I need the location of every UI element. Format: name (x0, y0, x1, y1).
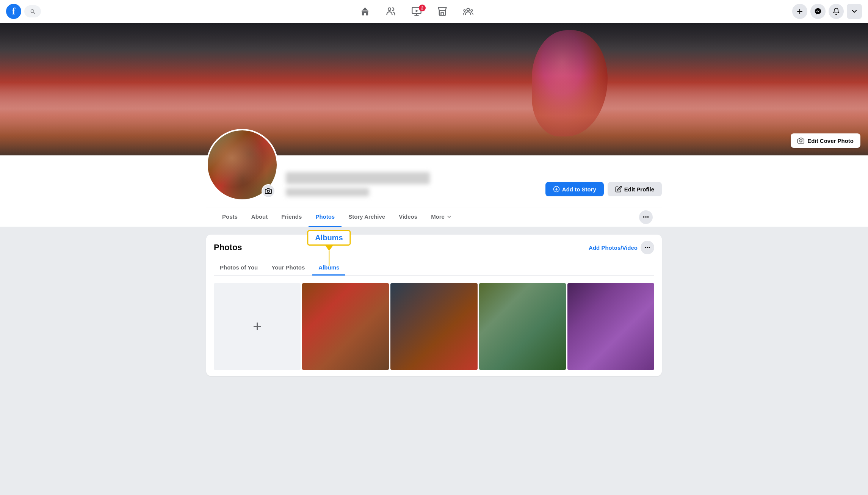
annotation-line (329, 251, 329, 266)
tab-posts[interactable]: Posts (215, 207, 244, 227)
create-button[interactable] (792, 4, 807, 19)
profile-nav-ellipsis[interactable]: ··· (639, 210, 653, 224)
album-item-4[interactable] (567, 283, 654, 370)
tab-photos[interactable]: Photos (309, 207, 342, 227)
plus-circle-icon (553, 186, 560, 193)
album-item-2[interactable] (390, 283, 477, 370)
annotation-box: Albums (307, 230, 351, 246)
edit-cover-photo-label: Edit Cover Photo (807, 138, 854, 144)
avatar-wrapper (206, 129, 278, 201)
svg-point-0 (388, 8, 391, 11)
cover-overlay (0, 23, 868, 155)
svg-point-6 (800, 140, 802, 142)
watch-badge: 2 (419, 5, 426, 11)
home-icon (360, 6, 370, 17)
add-album-icon: + (253, 318, 262, 335)
photo-grid: + (214, 283, 654, 370)
page-content: Edit Cover Photo (0, 23, 868, 384)
album-item-1[interactable] (302, 283, 389, 370)
more-chevron-icon (446, 214, 452, 220)
groups-icon (463, 6, 473, 17)
nav-left: f (6, 4, 41, 19)
add-to-story-label: Add to Story (562, 186, 596, 193)
photos-card-more-button[interactable]: ··· (641, 241, 654, 254)
edit-profile-label: Edit Profile (624, 186, 654, 193)
svg-point-5 (471, 9, 473, 11)
annotation-label: Albums (315, 233, 343, 242)
facebook-logo[interactable]: f (6, 4, 21, 19)
edit-profile-button[interactable]: Edit Profile (608, 182, 662, 196)
avatar-camera-button[interactable] (262, 184, 275, 198)
add-photos-button[interactable]: Add Photos/Video (589, 244, 638, 251)
messenger-button[interactable] (810, 4, 826, 19)
albums-annotation: Albums (307, 230, 351, 266)
profile-subinfo-blurred (286, 188, 369, 196)
svg-point-7 (267, 190, 269, 193)
tab-friends[interactable]: Friends (274, 207, 309, 227)
add-to-story-button[interactable]: Add to Story (545, 182, 604, 196)
profile-navigation: Posts About Friends Photos Story Archive… (206, 207, 662, 227)
tab-about[interactable]: About (244, 207, 274, 227)
nav-right (792, 4, 862, 19)
nav-center: 2 (41, 2, 792, 20)
marketplace-icon (437, 6, 448, 17)
photos-section-title: Photos (214, 243, 589, 252)
svg-marker-2 (416, 9, 418, 12)
nav-marketplace-button[interactable] (429, 2, 455, 20)
photo-tabs: Photos of You Your Photos Albums Album (214, 260, 654, 276)
cover-photo-section: Edit Cover Photo (0, 23, 868, 155)
friends-icon (385, 6, 396, 17)
chevron-down-icon (851, 8, 858, 15)
nav-friends-button[interactable] (378, 2, 404, 20)
tab-videos[interactable]: Videos (392, 207, 424, 227)
profile-info (286, 172, 538, 201)
tab-story-archive[interactable]: Story Archive (342, 207, 392, 227)
pencil-icon (615, 186, 622, 193)
edit-cover-photo-button[interactable]: Edit Cover Photo (791, 133, 860, 148)
nav-watch-button[interactable]: 2 (404, 2, 429, 20)
camera-icon (797, 137, 804, 144)
profile-inner: Add to Story Edit Profile Posts About Fr… (197, 155, 671, 227)
photo-tab-photos-of-you[interactable]: Photos of You (214, 260, 264, 276)
profile-nav-inner: Posts About Friends Photos Story Archive… (206, 207, 662, 227)
main-content: Photos Add Photos/Video ··· Photos of Yo… (197, 227, 671, 384)
profile-top: Add to Story Edit Profile (206, 155, 662, 207)
menu-button[interactable] (847, 4, 862, 19)
nav-home-button[interactable] (352, 2, 378, 20)
photo-tab-albums-wrapper: Albums Albums (312, 260, 345, 275)
messenger-icon (814, 8, 822, 15)
photos-card: Photos Add Photos/Video ··· Photos of Yo… (206, 235, 662, 376)
camera-small-icon (265, 188, 272, 194)
photo-tab-your-photos[interactable]: Your Photos (265, 260, 311, 276)
photos-card-header: Photos Add Photos/Video ··· (214, 241, 654, 254)
cover-photo-image (0, 23, 868, 155)
plus-icon (796, 8, 804, 15)
svg-point-3 (467, 8, 470, 11)
cover-photo (0, 23, 868, 155)
nav-groups-button[interactable] (455, 2, 481, 20)
top-navigation: f 2 (0, 0, 868, 23)
profile-actions: Add to Story Edit Profile (545, 182, 662, 201)
search-box[interactable] (24, 5, 41, 17)
search-icon (30, 8, 36, 14)
svg-point-4 (464, 9, 465, 11)
album-item-3[interactable] (479, 283, 566, 370)
bell-icon (832, 8, 840, 15)
profile-name-blurred (286, 172, 430, 184)
fb-logo-letter: f (12, 6, 16, 16)
profile-section: Add to Story Edit Profile Posts About Fr… (0, 155, 868, 227)
annotation-arrow (325, 246, 333, 251)
notifications-button[interactable] (829, 4, 844, 19)
add-album-button[interactable]: + (214, 283, 301, 370)
tab-more[interactable]: More (424, 207, 459, 227)
